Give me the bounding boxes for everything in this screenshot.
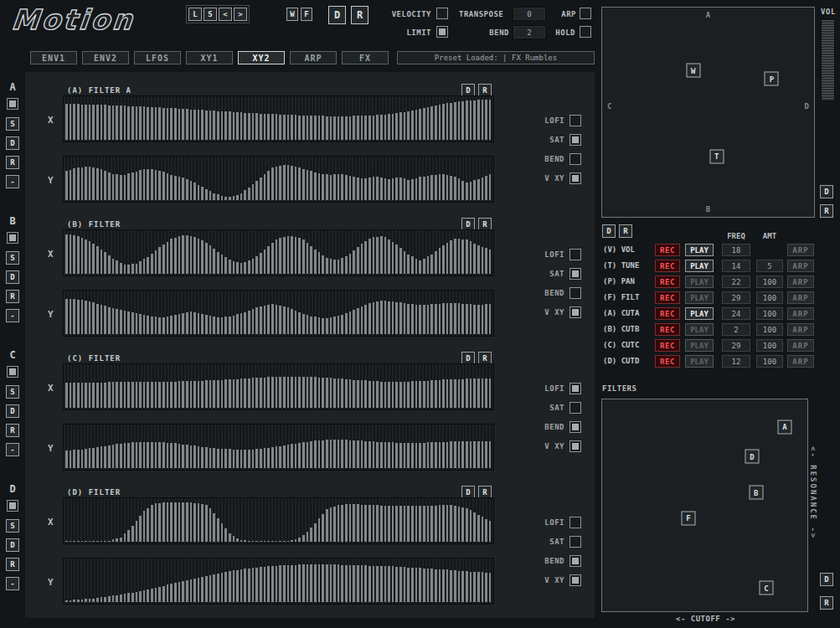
xy-marker-f[interactable]: F bbox=[681, 511, 695, 525]
bend-checkbox[interactable] bbox=[569, 153, 581, 165]
group-b-r-button[interactable]: R bbox=[6, 290, 19, 303]
tab-env1[interactable]: ENV1 bbox=[30, 51, 77, 64]
filter-b-y-waveform[interactable] bbox=[63, 290, 494, 337]
amt-value[interactable]: 100 bbox=[756, 275, 783, 288]
group-b-d-button[interactable]: D bbox=[6, 270, 19, 284]
freq-value[interactable]: 24 bbox=[722, 307, 750, 320]
group-a-s-button[interactable]: S bbox=[6, 117, 19, 131]
pad-filters-d-button[interactable]: D bbox=[820, 573, 833, 586]
lofi-checkbox[interactable] bbox=[569, 115, 581, 126]
rec-button[interactable]: REC bbox=[655, 244, 680, 256]
group-a-checkbox[interactable] bbox=[7, 98, 18, 110]
amt-value[interactable]: 100 bbox=[756, 355, 783, 368]
group-c-d-button[interactable]: D bbox=[6, 404, 19, 418]
arp-button[interactable]: ARP bbox=[787, 355, 814, 368]
rec-button[interactable]: REC bbox=[655, 291, 680, 304]
xy-marker-d[interactable]: D bbox=[745, 450, 759, 464]
tab-xy2[interactable]: XY2 bbox=[238, 51, 285, 64]
freq-value[interactable]: 22 bbox=[722, 275, 750, 288]
vxy-checkbox[interactable] bbox=[569, 574, 581, 586]
load-button[interactable]: L bbox=[188, 8, 202, 21]
arp-button[interactable]: ARP bbox=[787, 260, 814, 272]
tab-lfos[interactable]: LFOS bbox=[134, 51, 181, 64]
vxy-checkbox[interactable] bbox=[569, 306, 581, 318]
group-d-minus-button[interactable]: - bbox=[6, 577, 19, 590]
bend-checkbox[interactable] bbox=[569, 555, 581, 567]
filter-a-x-waveform[interactable] bbox=[63, 95, 494, 142]
group-c-r-button[interactable]: R bbox=[6, 424, 19, 437]
filter-c-x-waveform[interactable] bbox=[63, 363, 494, 410]
tab-fx[interactable]: FX bbox=[342, 51, 389, 64]
xy-marker-t[interactable]: T bbox=[709, 149, 724, 163]
amt-value[interactable]: 100 bbox=[756, 307, 783, 320]
filter-a-y-waveform[interactable] bbox=[63, 156, 494, 203]
vol-slider[interactable] bbox=[821, 19, 835, 101]
xy-marker-p[interactable]: P bbox=[765, 72, 779, 86]
group-b-minus-button[interactable]: - bbox=[6, 309, 19, 322]
xy-pad-top[interactable]: A B C D WPT bbox=[601, 7, 815, 218]
sat-checkbox[interactable] bbox=[569, 402, 581, 414]
play-button[interactable]: PLAY bbox=[685, 275, 714, 288]
arp-checkbox[interactable] bbox=[580, 8, 591, 19]
group-a-d-button[interactable]: D bbox=[6, 136, 19, 150]
limit-checkbox[interactable] bbox=[436, 26, 448, 38]
prev-preset-button[interactable]: < bbox=[219, 8, 232, 21]
arp-button[interactable]: ARP bbox=[787, 275, 814, 288]
freq-value[interactable]: 29 bbox=[722, 339, 750, 352]
pad-top-r-button[interactable]: R bbox=[619, 224, 632, 238]
vxy-checkbox[interactable] bbox=[569, 440, 581, 452]
group-c-minus-button[interactable]: - bbox=[6, 443, 19, 456]
xy-marker-a[interactable]: A bbox=[778, 420, 792, 434]
lofi-checkbox[interactable] bbox=[569, 517, 581, 528]
freq-value[interactable]: 29 bbox=[722, 291, 750, 304]
play-button[interactable]: PLAY bbox=[685, 260, 714, 272]
group-c-checkbox[interactable] bbox=[7, 366, 18, 378]
bend-checkbox[interactable] bbox=[569, 287, 581, 299]
amt-value[interactable]: 100 bbox=[756, 323, 783, 336]
velocity-checkbox[interactable] bbox=[436, 8, 448, 19]
group-d-checkbox[interactable] bbox=[7, 500, 18, 512]
freq-value[interactable]: 2 bbox=[722, 323, 750, 336]
rec-button[interactable]: REC bbox=[655, 323, 680, 336]
bend-checkbox[interactable] bbox=[569, 421, 581, 433]
play-button[interactable]: PLAY bbox=[685, 355, 714, 368]
xy-marker-c[interactable]: C bbox=[760, 581, 774, 595]
arp-button[interactable]: ARP bbox=[787, 291, 814, 304]
sat-checkbox[interactable] bbox=[569, 134, 581, 146]
group-b-s-button[interactable]: S bbox=[6, 251, 19, 265]
sat-checkbox[interactable] bbox=[569, 268, 581, 280]
arp-button[interactable]: ARP bbox=[787, 244, 814, 256]
group-d-s-button[interactable]: S bbox=[6, 519, 19, 533]
rec-button[interactable]: REC bbox=[655, 307, 680, 320]
tab-env2[interactable]: ENV2 bbox=[82, 51, 129, 64]
pad-top-r-button-right[interactable]: R bbox=[820, 204, 833, 218]
group-c-s-button[interactable]: S bbox=[6, 385, 19, 399]
rec-button[interactable]: REC bbox=[655, 339, 680, 352]
global-random-button[interactable]: R bbox=[351, 6, 368, 24]
vxy-checkbox[interactable] bbox=[569, 172, 581, 184]
pad-top-d-button-right[interactable]: D bbox=[820, 185, 833, 198]
rec-button[interactable]: REC bbox=[655, 355, 680, 368]
amt-value[interactable]: 100 bbox=[756, 291, 783, 304]
arp-button[interactable]: ARP bbox=[787, 307, 814, 320]
amt-value[interactable]: 100 bbox=[756, 339, 783, 352]
pad-filters-r-button[interactable]: R bbox=[820, 596, 833, 610]
transpose-value[interactable]: 0 bbox=[513, 8, 545, 20]
arp-button[interactable]: ARP bbox=[787, 339, 814, 352]
rec-button[interactable]: REC bbox=[655, 275, 680, 288]
play-button[interactable]: PLAY bbox=[685, 291, 714, 304]
group-b-checkbox[interactable] bbox=[7, 232, 18, 244]
bend-value[interactable]: 2 bbox=[513, 26, 545, 39]
pad-top-d-button[interactable]: D bbox=[602, 224, 616, 238]
lofi-checkbox[interactable] bbox=[569, 249, 581, 260]
tab-xy1[interactable]: XY1 bbox=[186, 51, 233, 64]
next-preset-button[interactable]: > bbox=[234, 8, 247, 21]
w-button[interactable]: W bbox=[286, 8, 298, 21]
freq-value[interactable]: 18 bbox=[722, 244, 750, 256]
play-button[interactable]: PLAY bbox=[685, 244, 714, 256]
arp-button[interactable]: ARP bbox=[787, 323, 814, 336]
xy-marker-w[interactable]: W bbox=[686, 64, 700, 78]
filter-c-y-waveform[interactable] bbox=[63, 424, 494, 471]
filter-b-x-waveform[interactable] bbox=[63, 229, 494, 276]
rec-button[interactable]: REC bbox=[655, 260, 680, 272]
